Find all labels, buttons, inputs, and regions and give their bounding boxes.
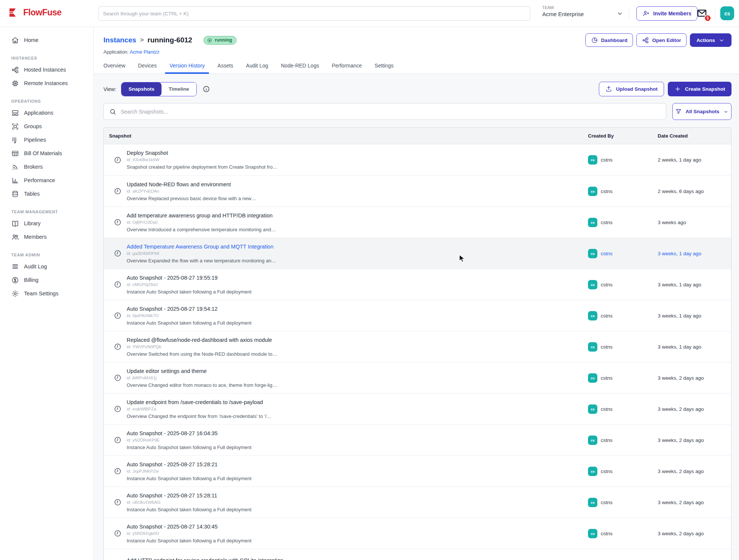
- application-row: Application: Acme Plantzz: [103, 49, 732, 55]
- team-settings-icon: [11, 290, 19, 298]
- table-row[interactable]: Auto Snapshot - 2025-08-27 14:30:45id: y…: [104, 518, 731, 549]
- topbar-divider: [629, 8, 629, 19]
- view-toggle-timeline[interactable]: Timeline: [162, 82, 196, 96]
- snapshot-id: id: ga0D4W0Pb8: [127, 251, 276, 256]
- snapshot-title[interactable]: Add HTTP endpoint for saving credentials…: [127, 557, 283, 560]
- snapshot-title[interactable]: Add temperature awareness group and HTTP…: [127, 213, 276, 219]
- team-label: TEAM:: [542, 5, 584, 10]
- tab-assets[interactable]: Assets: [217, 63, 233, 73]
- table-row[interactable]: Auto Snapshot - 2025-08-27 15:28:11id: o…: [104, 487, 731, 518]
- sidebar-item-label: Tables: [24, 191, 40, 197]
- header-actions: Dashboard Open Editor Actions: [585, 33, 732, 47]
- sidebar-item-tables[interactable]: Tables: [0, 187, 93, 201]
- snapshot-title[interactable]: Auto Snapshot - 2025-08-27 15:28:21: [127, 461, 251, 467]
- clock-icon: [114, 311, 122, 320]
- sidebar-item-bill-of-materials[interactable]: Bill Of Materials: [0, 147, 93, 160]
- breadcrumb-instances-link[interactable]: Instances: [103, 36, 136, 44]
- sidebar-item-label: Remote Instances: [24, 80, 68, 86]
- user-avatar[interactable]: cs: [720, 6, 734, 20]
- create-snapshot-button[interactable]: Create Snapshot: [668, 82, 732, 96]
- global-search-input[interactable]: [103, 11, 525, 16]
- plus-icon: [674, 85, 681, 93]
- clock-icon: [114, 405, 122, 413]
- table-row[interactable]: Auto Snapshot - 2025-08-27 19:54:12id: 0…: [104, 300, 731, 331]
- sidebar-item-groups[interactable]: Groups: [0, 120, 93, 133]
- snapshot-title[interactable]: Auto Snapshot - 2025-08-27 14:30:45: [127, 524, 251, 530]
- sidebar-item-home[interactable]: Home: [0, 33, 93, 47]
- snapshot-title[interactable]: Updated Node-RED flows and environment: [127, 181, 256, 187]
- column-header-date-created: Date Created: [658, 133, 731, 139]
- snapshot-text: Add HTTP endpoint for saving credentials…: [127, 557, 283, 560]
- created-by-cell: cscstns: [588, 456, 658, 487]
- invite-members-button[interactable]: Invite Members: [636, 6, 697, 21]
- sidebar-item-library[interactable]: Library: [0, 217, 93, 230]
- table-row[interactable]: Deploy Snapshotid: X3o6Bw1k9WSnapshot cr…: [104, 144, 731, 175]
- table-row[interactable]: Replaced @flowfuse/node-red-dashboard wi…: [104, 331, 731, 362]
- snapshot-title[interactable]: Added Temperature Awareness Group and MQ…: [127, 244, 276, 250]
- sidebar-item-applications[interactable]: Applications: [0, 106, 93, 120]
- table-row[interactable]: Auto Snapshot - 2025-08-27 15:28:21id: J…: [104, 455, 731, 487]
- sidebar-item-members[interactable]: Members: [0, 230, 93, 244]
- snapshot-filter-dropdown[interactable]: All Snapshots: [672, 103, 732, 120]
- table-row[interactable]: Added Temperature Awareness Group and MQ…: [104, 238, 731, 269]
- table-row[interactable]: Auto Snapshot - 2025-08-27 19:55:19id: n…: [104, 269, 731, 300]
- tab-performance[interactable]: Performance: [332, 63, 362, 73]
- sidebar-item-audit-log[interactable]: Audit Log: [0, 260, 93, 273]
- actions-button[interactable]: Actions: [690, 33, 732, 47]
- tab-version-history[interactable]: Version History: [169, 63, 205, 73]
- snapshot-title[interactable]: Deploy Snapshot: [127, 150, 278, 156]
- search-icon: [109, 108, 117, 115]
- user-name: cstns: [601, 406, 613, 412]
- open-editor-button[interactable]: Open Editor: [636, 33, 687, 47]
- user-avatar: cs: [588, 467, 597, 476]
- user-name: cstns: [601, 220, 613, 225]
- actions-label: Actions: [696, 37, 715, 43]
- snapshot-search-input[interactable]: [121, 109, 661, 115]
- snapshot-title[interactable]: Auto Snapshot - 2025-08-27 19:54:12: [127, 306, 251, 312]
- created-by-cell: cscstns: [588, 394, 658, 424]
- snapshot-title[interactable]: Auto Snapshot - 2025-08-27 16:04:35: [127, 430, 251, 436]
- tab-devices[interactable]: Devices: [138, 63, 157, 73]
- snapshot-title[interactable]: Auto Snapshot - 2025-08-27 19:55:19: [127, 275, 251, 281]
- nodes-icon: [642, 37, 649, 44]
- snapshot-description: Overview Introduced a comprehensive temp…: [127, 227, 276, 232]
- main-content: Instances > running-6012 running Dashboa…: [94, 27, 739, 560]
- sidebar-item-remote-instances[interactable]: Remote Instances: [0, 76, 93, 90]
- info-icon[interactable]: [202, 85, 210, 93]
- table-row[interactable]: Update endpoint from /save-credentials t…: [104, 393, 731, 424]
- application-link[interactable]: Acme Plantzz: [130, 49, 159, 55]
- snapshot-title[interactable]: Update endpoint from /save-credentials t…: [127, 399, 271, 405]
- sidebar-item-pipelines[interactable]: Pipelines: [0, 133, 93, 147]
- notifications-button[interactable]: 5: [696, 7, 708, 19]
- snapshot-title[interactable]: Auto Snapshot - 2025-08-27 15:28:11: [127, 493, 251, 499]
- sidebar-item-billing[interactable]: Billing: [0, 273, 93, 287]
- tab-node-red-logs[interactable]: Node-RED Logs: [281, 63, 319, 73]
- global-search: [98, 6, 530, 21]
- dashboard-button[interactable]: Dashboard: [585, 33, 633, 47]
- sidebar-item-performance[interactable]: Performance: [0, 174, 93, 187]
- chevron-down-icon[interactable]: [616, 10, 624, 17]
- flowfuse-logo[interactable]: FlowFuse: [8, 7, 61, 18]
- sidebar-item-brokers[interactable]: Brokers: [0, 160, 93, 174]
- view-toggle-snapshots[interactable]: Snapshots: [121, 82, 162, 96]
- tab-overview[interactable]: Overview: [103, 63, 125, 73]
- table-row[interactable]: Auto Snapshot - 2025-08-27 16:04:35id: y…: [104, 424, 731, 455]
- snapshot-id: id: eojkWlBPZa: [127, 407, 271, 411]
- sidebar-item-team-settings[interactable]: Team Settings: [0, 287, 93, 300]
- tab-settings[interactable]: Settings: [375, 63, 394, 73]
- snapshot-title[interactable]: Update editor settings and theme: [127, 368, 277, 374]
- view-toggle: SnapshotsTimeline: [121, 82, 197, 96]
- sidebar-item-hosted-instances[interactable]: Hosted Instances: [0, 63, 93, 76]
- table-row[interactable]: Add temperature awareness group and HTTP…: [104, 207, 731, 238]
- clock-icon: [114, 218, 122, 226]
- user-name: cstns: [601, 282, 613, 287]
- snapshot-title[interactable]: Replaced @flowfuse/node-red-dashboard wi…: [127, 337, 277, 343]
- team-selector[interactable]: TEAM: Acme Enterprise: [542, 5, 584, 17]
- user-name: cstns: [601, 344, 613, 350]
- user-avatar: cs: [588, 155, 597, 165]
- upload-snapshot-button[interactable]: Upload Snapshot: [599, 82, 664, 96]
- table-row[interactable]: Update editor settings and themeid: AlRP…: [104, 362, 731, 393]
- tab-audit-log[interactable]: Audit Log: [246, 63, 268, 73]
- table-row[interactable]: Add HTTP endpoint for saving credentials…: [104, 549, 731, 560]
- table-row[interactable]: Updated Node-RED flows and environmentid…: [104, 175, 731, 207]
